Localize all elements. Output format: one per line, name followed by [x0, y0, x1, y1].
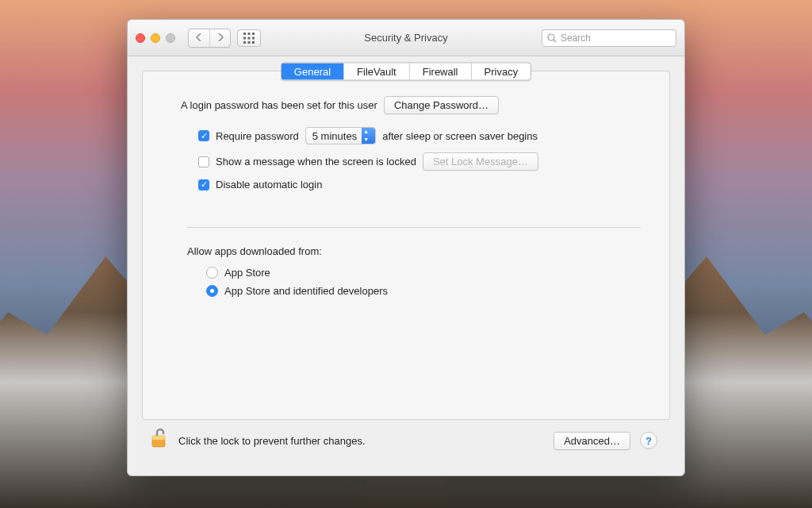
- allow-appstore-row: App Store: [206, 267, 641, 279]
- tab-general[interactable]: General: [282, 64, 343, 80]
- tab-filevault[interactable]: FileVault: [343, 64, 409, 80]
- search-icon: [547, 33, 557, 43]
- close-window-button[interactable]: [136, 33, 145, 43]
- require-password-label-after: after sleep or screen saver begins: [382, 130, 538, 142]
- show-message-row: Show a message when the screen is locked…: [198, 152, 641, 171]
- require-password-row: Require password 5 minutes ▲▼ after slee…: [198, 127, 641, 144]
- chevron-left-icon: [196, 33, 202, 41]
- popup-stepper-icon: ▲▼: [362, 128, 375, 144]
- change-password-button[interactable]: Change Password…: [384, 96, 499, 114]
- chevron-right-icon: [217, 33, 224, 41]
- svg-rect-3: [243, 37, 246, 39]
- lock-footer-text: Click the lock to prevent further change…: [178, 435, 366, 447]
- disable-auto-login-checkbox[interactable]: [198, 179, 209, 190]
- require-password-delay-value: 5 minutes: [312, 130, 362, 142]
- security-privacy-window: Security & Privacy Search General FileVa…: [127, 19, 685, 476]
- lock-icon[interactable]: [150, 428, 169, 453]
- svg-rect-5: [252, 37, 255, 39]
- window-traffic-lights: [136, 33, 175, 43]
- disable-auto-login-row: Disable automatic login: [198, 179, 641, 190]
- search-input[interactable]: Search: [542, 29, 676, 47]
- require-password-checkbox[interactable]: [198, 130, 209, 141]
- allow-identified-row: App Store and identified developers: [206, 285, 641, 297]
- allow-identified-label: App Store and identified developers: [224, 285, 388, 297]
- panel-footer: Click the lock to prevent further change…: [142, 420, 670, 461]
- nav-back-forward: [188, 29, 231, 48]
- tab-privacy[interactable]: Privacy: [471, 64, 531, 80]
- svg-rect-8: [252, 41, 255, 44]
- section-divider: [187, 227, 641, 228]
- window-body: General FileVault Firewall Privacy A log…: [128, 56, 684, 475]
- svg-rect-7: [248, 41, 251, 44]
- login-password-text: A login password has been set for this u…: [181, 99, 377, 111]
- show-message-checkbox[interactable]: [198, 156, 209, 167]
- login-password-row: A login password has been set for this u…: [181, 96, 641, 114]
- allow-identified-radio[interactable]: [206, 285, 218, 297]
- svg-rect-2: [252, 33, 255, 35]
- zoom-window-button[interactable]: [166, 33, 175, 43]
- set-lock-message-button[interactable]: Set Lock Message…: [423, 152, 538, 171]
- window-toolbar: Security & Privacy Search: [128, 20, 684, 56]
- preferences-panel: General FileVault Firewall Privacy A log…: [142, 71, 670, 420]
- allow-apps-label: Allow apps downloaded from:: [187, 245, 641, 257]
- tab-bar: General FileVault Firewall Privacy: [281, 63, 531, 81]
- minimize-window-button[interactable]: [151, 33, 160, 43]
- svg-rect-4: [248, 37, 251, 39]
- disable-auto-login-label: Disable automatic login: [216, 179, 322, 190]
- allow-appstore-radio[interactable]: [206, 267, 218, 279]
- help-button[interactable]: ?: [640, 432, 657, 449]
- show-message-label: Show a message when the screen is locked: [216, 156, 416, 167]
- svg-rect-1: [248, 33, 251, 35]
- require-password-delay-popup[interactable]: 5 minutes ▲▼: [305, 127, 376, 144]
- general-tab-content: A login password has been set for this u…: [143, 90, 669, 303]
- back-button[interactable]: [189, 29, 209, 47]
- svg-point-9: [548, 34, 554, 40]
- allow-appstore-label: App Store: [224, 267, 270, 279]
- svg-rect-6: [243, 41, 246, 44]
- advanced-button[interactable]: Advanced…: [553, 432, 630, 450]
- svg-line-10: [553, 40, 556, 42]
- tab-firewall[interactable]: Firewall: [409, 64, 471, 80]
- show-all-preferences-button[interactable]: [237, 29, 261, 47]
- require-password-label-before: Require password: [216, 130, 299, 142]
- svg-rect-13: [152, 436, 165, 440]
- svg-rect-0: [243, 33, 246, 35]
- grid-icon: [243, 33, 255, 44]
- search-placeholder: Search: [561, 33, 591, 44]
- forward-button[interactable]: [209, 29, 230, 47]
